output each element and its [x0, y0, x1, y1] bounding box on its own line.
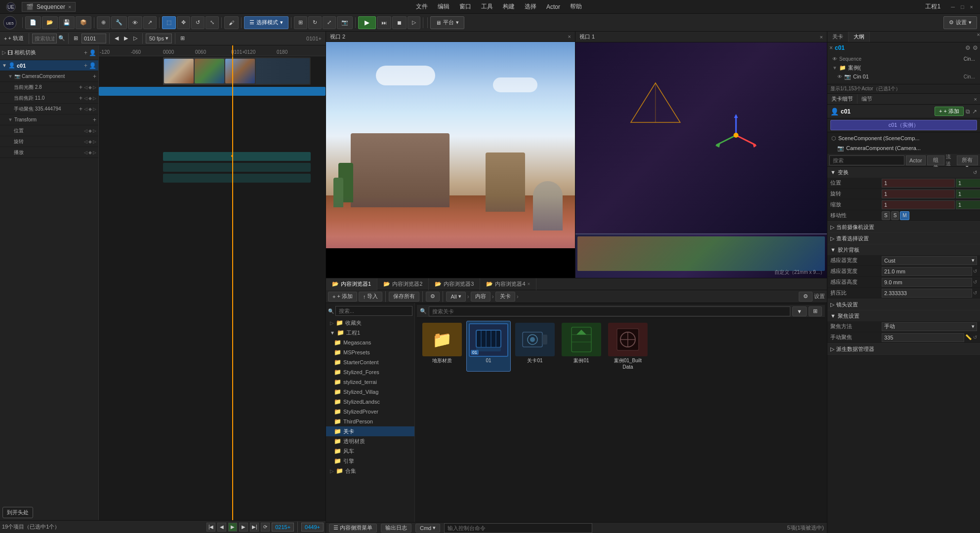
cb-folder-guanka[interactable]: 📁 关卡 [326, 426, 414, 436]
asset-01-sequence[interactable]: 01 01 [466, 321, 511, 372]
aperture-add[interactable]: + [79, 84, 82, 91]
play-next-btn[interactable]: ⏭ [377, 16, 391, 29]
menu-window[interactable]: 窗口 [454, 1, 476, 12]
cb-save-all-btn[interactable]: 保存所有 [389, 292, 419, 302]
seq-frame-input[interactable] [82, 34, 106, 43]
details-filter-btn[interactable]: Actor [906, 155, 926, 165]
play-kf3[interactable]: ▷ [93, 150, 96, 155]
transform-track[interactable]: ▼ Transform + [0, 114, 98, 125]
film-back-dropdown[interactable]: Cust ▾ [882, 256, 977, 265]
settings-button[interactable]: ⚙ 设置 ▾ [943, 16, 977, 29]
move-tool[interactable]: ✥ [177, 16, 190, 29]
asset-guanka01[interactable]: 关卡01 [513, 321, 557, 372]
cb-tab-2[interactable]: 📂 内容浏览器2 [377, 278, 429, 290]
menu-edit[interactable]: 编辑 [433, 1, 454, 12]
cb-content-nav[interactable]: 内容 [471, 292, 490, 302]
cb-import-btn[interactable]: ↑ 导入 [359, 292, 383, 302]
focus-method-dropdown[interactable]: 手动 ▾ [882, 322, 977, 331]
outliner-root[interactable]: ▼ 📁 案例{ [831, 63, 976, 72]
cb-folder-wind[interactable]: 📁 风车 [326, 446, 414, 456]
cb-folder-thirdperson[interactable]: 📁 ThirdPerson [326, 417, 414, 426]
main-viewport[interactable]: 视口 2 × [326, 32, 575, 278]
focal-kf2[interactable]: ◆ [88, 96, 92, 101]
rot-kf3[interactable]: ▷ [93, 139, 96, 144]
scene-viewport[interactable]: 视口 1 × [575, 32, 827, 278]
snap-rot-btn[interactable]: ↻ [308, 16, 322, 29]
cb-tab-1[interactable]: 📂 内容浏览器1 [326, 278, 377, 290]
seq-search[interactable] [32, 34, 57, 43]
seq-det-gear[interactable]: ⚙ [965, 44, 971, 51]
window-minimize[interactable]: ─ [948, 4, 958, 10]
actor-browse-btn[interactable]: ↗ [972, 108, 977, 115]
details-tab-guanka[interactable]: 关卡细节 [827, 94, 858, 104]
manual-focus-add[interactable]: + [79, 106, 82, 113]
rotate-tool[interactable]: ↺ [191, 16, 204, 29]
simulate-btn[interactable]: ▷ [408, 16, 420, 29]
camera-component-header[interactable]: ▼ 📷 CameraComponent + [0, 71, 98, 82]
nav-play[interactable]: ▶ [228, 523, 237, 532]
window-maximize[interactable]: □ [958, 4, 967, 10]
new-btn[interactable]: 📄 [25, 16, 41, 29]
squeeze-input[interactable] [882, 289, 972, 298]
instance-badge[interactable]: c01（实例） [830, 120, 977, 130]
mf-kf2[interactable]: ◆ [88, 107, 92, 112]
viewport1-close[interactable]: × [820, 34, 823, 40]
pos-track[interactable]: 位置 ◁ ◆ ▷ [0, 125, 98, 136]
save-btn[interactable]: 💾 [59, 16, 75, 29]
snap-btn[interactable]: 🔧 [111, 16, 127, 29]
select-tool[interactable]: ⬚ [162, 16, 176, 29]
viewport-canvas[interactable] [326, 42, 575, 278]
seq-play-btn[interactable]: ▷ [131, 33, 139, 44]
rot-kf1[interactable]: ◁ [84, 139, 87, 144]
nav-to-end[interactable]: ▶| [250, 523, 259, 532]
nav-step-fwd[interactable]: ▶ [239, 523, 248, 532]
sensor-height-input[interactable] [882, 278, 972, 287]
rot-y-input[interactable] [956, 190, 980, 198]
c01-extra[interactable]: 👤 [89, 62, 96, 69]
rot-track[interactable]: 旋转 ◁ ◆ ▷ [0, 136, 98, 147]
stop-btn[interactable]: ⏹ [392, 16, 407, 29]
cb-tab4-close[interactable]: × [528, 281, 531, 287]
camera-speed-btn[interactable]: 📷 [337, 16, 353, 29]
scale-y-input[interactable] [956, 200, 980, 209]
cb-tab-4[interactable]: 📂 内容浏览器4 × [480, 278, 536, 290]
transform-header[interactable]: ▼ 变换 ↺ [827, 167, 980, 178]
pos-kf1[interactable]: ◁ [84, 128, 87, 133]
seq-next-btn[interactable]: ▶ [122, 33, 130, 44]
seq-add-track[interactable]: + + 轨道 [2, 33, 26, 44]
timeline-tracks[interactable] [99, 56, 326, 520]
play-clip[interactable] [163, 174, 311, 183]
stream-value-btn[interactable]: 所有 ▾ [957, 155, 978, 165]
cb-folder-stylized-terr[interactable]: 📁 stylized_terrai [326, 377, 414, 387]
mf-kf1[interactable]: ◁ [84, 107, 87, 112]
cb-folder-stylized-prov[interactable]: 📁 StylizedProver [326, 407, 414, 417]
aperture-kf2[interactable]: ◆ [88, 85, 92, 90]
pos-kf2[interactable]: ◆ [88, 128, 92, 133]
paint-btn[interactable]: 🖌 [224, 16, 239, 29]
pos-clip[interactable] [163, 152, 311, 161]
cb-guanka-btn[interactable]: 关卡 [495, 292, 515, 302]
cb-content-search-input[interactable] [429, 306, 790, 316]
viewport2-close[interactable]: × [568, 34, 571, 39]
mobility-static[interactable]: S [882, 211, 890, 220]
pos-y-input[interactable] [956, 179, 980, 188]
look-through-header[interactable]: ▷ 查看选择设置 [827, 233, 980, 244]
right-panel-close[interactable]: × [977, 32, 980, 42]
menu-select[interactable]: 选择 [520, 1, 541, 12]
c01-clip[interactable] [99, 87, 326, 96]
camera-cut-extra[interactable]: 👤 [89, 49, 96, 56]
transform-reset[interactable]: ↺ [973, 170, 977, 175]
spawn-header[interactable]: ▷ 派生数据管理器 [827, 343, 980, 354]
cam-comp-add[interactable]: + [93, 73, 96, 80]
select-mode-dropdown[interactable]: ☰ 选择模式 ▾ [244, 16, 288, 29]
seq-settings-btn[interactable]: ⊞ [178, 33, 187, 44]
sequencer-tab-close[interactable]: × [68, 4, 71, 10]
manual-focus-track[interactable]: 手动聚焦 335.444794 + ◁ ◆ ▷ [0, 104, 98, 114]
cb-output-log-btn[interactable]: 输出日志 [381, 524, 411, 533]
rot-clip[interactable] [163, 163, 311, 172]
cb-folder-favorites[interactable]: ▷ 📁 收藏夹 [326, 318, 414, 328]
play-kf2[interactable]: ◆ [88, 150, 92, 155]
open-btn[interactable]: 📂 [42, 16, 58, 29]
snap-grid-btn[interactable]: ⊞ [294, 16, 307, 29]
sensor-width-input[interactable] [882, 267, 972, 276]
